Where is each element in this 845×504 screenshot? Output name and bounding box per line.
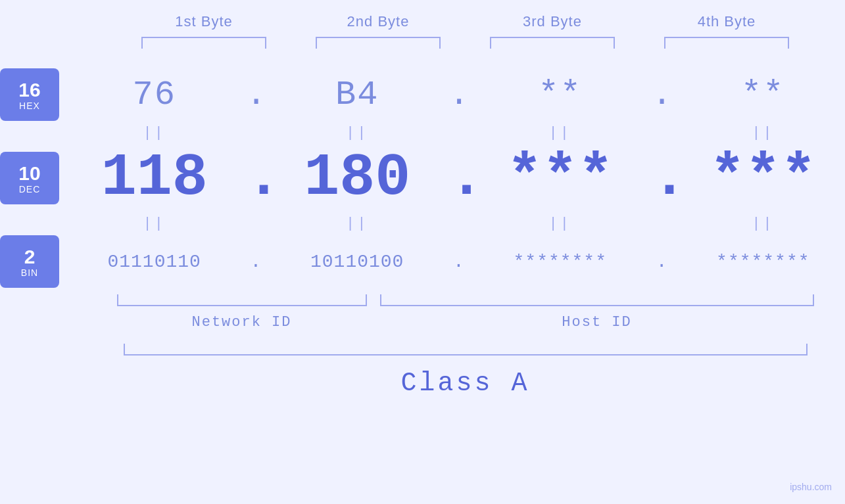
dec-label: DEC <box>19 184 41 195</box>
bin-value-3: ******** <box>514 252 607 272</box>
dec-cell-1: 118 <box>82 149 227 208</box>
bin-dot-1: . <box>246 252 266 272</box>
class-label: Class A <box>117 369 814 398</box>
bracket-byte-2 <box>316 37 441 49</box>
eq-1-4: || <box>690 125 835 141</box>
watermark: ipshu.com <box>790 482 832 492</box>
bin-cell-1: 01110110 <box>82 252 227 272</box>
hex-cell-3: ** <box>488 76 633 114</box>
dec-dot-2: . <box>448 145 468 212</box>
bracket-byte-1 <box>141 37 266 49</box>
bin-value-2: 10110100 <box>310 252 404 272</box>
equals-row-2: || || || || <box>0 212 845 235</box>
eq-2-1: || <box>82 216 227 232</box>
bracket-byte-3 <box>490 37 615 49</box>
equals-row-1: || || || || <box>0 121 845 145</box>
main-container: 1st Byte 2nd Byte 3rd Byte 4th Byte 16 H… <box>0 0 845 504</box>
hex-value-2: B4 <box>335 76 379 114</box>
equals-cells-2: || || || || <box>72 216 845 232</box>
dec-value-3: *** <box>507 145 614 212</box>
bin-value-4: ******** <box>716 252 809 272</box>
hex-dot-2: . <box>448 76 468 114</box>
hex-value-1: 76 <box>132 76 176 114</box>
eq-2-3: || <box>488 216 633 232</box>
bin-label: BIN <box>21 267 38 278</box>
bottom-brackets <box>117 294 814 308</box>
hex-number: 16 <box>18 79 40 101</box>
dec-value-4: *** <box>710 145 816 212</box>
byte-headers-row: 1st Byte 2nd Byte 3rd Byte 4th Byte <box>117 13 814 30</box>
bin-cells: 01110110 . 10110100 . ******** . *******… <box>72 252 845 272</box>
bin-dot-3: . <box>652 252 671 272</box>
byte-header-3: 3rd Byte <box>480 13 625 30</box>
dec-row: 10 DEC 118 . 180 . *** . *** <box>0 145 845 212</box>
eq-2-4: || <box>690 216 835 232</box>
dec-value-2: 180 <box>304 145 410 212</box>
dec-number: 10 <box>18 162 40 184</box>
dec-value-1: 118 <box>101 145 208 212</box>
bin-badge: 2 BIN <box>0 235 59 288</box>
eq-2-2: || <box>285 216 429 232</box>
dec-cell-4: *** <box>690 149 835 208</box>
byte-header-2: 2nd Byte <box>306 13 450 30</box>
hex-badge: 16 HEX <box>0 68 59 121</box>
network-bracket <box>117 294 367 306</box>
bin-cell-4: ******** <box>690 252 835 272</box>
dec-cell-2: 180 <box>285 149 429 208</box>
byte-header-4: 4th Byte <box>654 13 799 30</box>
eq-1-3: || <box>488 125 633 141</box>
hex-dot-3: . <box>652 76 671 114</box>
bottom-section: Network ID Host ID Class A <box>117 294 814 405</box>
bin-value-1: 01110110 <box>107 252 201 272</box>
hex-badge-spacer: 16 HEX <box>0 68 72 121</box>
dec-dot-1: . <box>246 145 266 212</box>
bin-cell-2: 10110100 <box>285 252 429 272</box>
eq-1-2: || <box>285 125 429 141</box>
hex-dot-1: . <box>246 76 266 114</box>
bin-badge-spacer: 2 BIN <box>0 235 72 288</box>
id-labels: Network ID Host ID <box>117 314 814 331</box>
host-id-label: Host ID <box>380 314 814 331</box>
hex-label: HEX <box>19 101 40 111</box>
dec-badge: 10 DEC <box>0 152 59 204</box>
bracket-byte-4 <box>664 37 789 49</box>
host-bracket <box>380 294 814 306</box>
byte-header-1: 1st Byte <box>132 13 276 30</box>
bin-dot-2: . <box>448 252 468 272</box>
hex-cell-1: 76 <box>82 76 227 114</box>
network-id-label: Network ID <box>117 314 367 331</box>
hex-cells: 76 . B4 . ** . ** <box>72 76 845 114</box>
equals-cells-1: || || || || <box>72 125 845 141</box>
dec-cells: 118 . 180 . *** . *** <box>72 145 845 212</box>
bin-number: 2 <box>24 246 36 267</box>
bin-row: 2 BIN 01110110 . 10110100 . ******** . *… <box>0 235 845 288</box>
eq-1-1: || <box>82 125 227 141</box>
hex-value-4: ** <box>741 76 785 114</box>
dec-dot-3: . <box>652 145 671 212</box>
hex-value-3: ** <box>539 76 582 114</box>
hex-cell-2: B4 <box>285 76 429 114</box>
class-bracket <box>124 344 808 355</box>
top-bracket-row <box>117 37 814 49</box>
dec-badge-spacer: 10 DEC <box>0 152 72 204</box>
hex-row: 16 HEX 76 . B4 . ** . ** <box>0 68 845 121</box>
bin-cell-3: ******** <box>488 252 633 272</box>
hex-cell-4: ** <box>690 76 835 114</box>
dec-cell-3: *** <box>488 149 633 208</box>
